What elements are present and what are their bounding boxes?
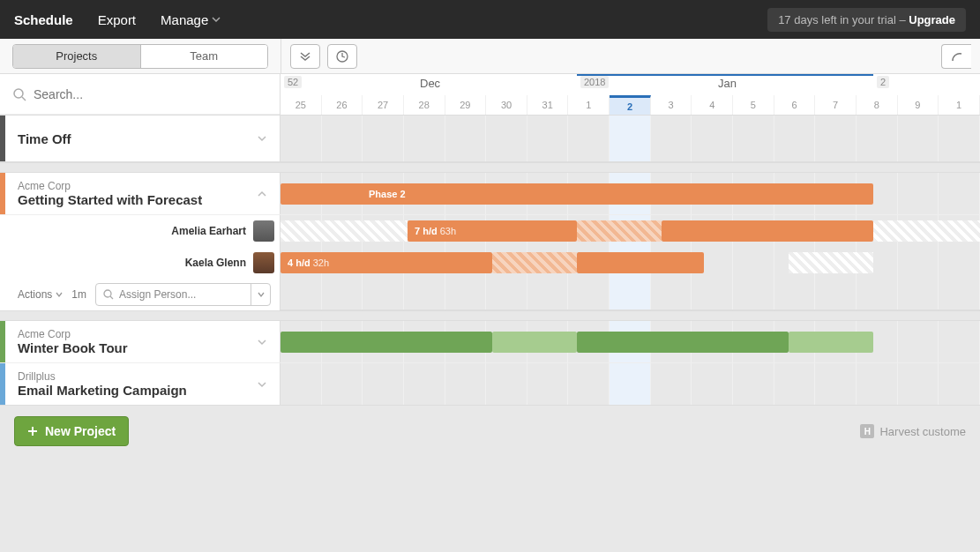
week-badge: 2 (877, 76, 889, 88)
search-icon (12, 87, 26, 101)
top-nav: Schedule Export Manage 17 days left in y… (0, 0, 980, 39)
project2-bar-light2[interactable] (789, 332, 873, 353)
sidebar-project2[interactable]: Acme Corp Winter Book Tour (0, 321, 281, 362)
search-input[interactable] (34, 87, 267, 101)
person1-gantt[interactable]: 7 h/d 63h (281, 215, 980, 247)
chevron-up-icon[interactable] (257, 189, 267, 199)
search-row (0, 74, 280, 115)
assign-dropdown-toggle[interactable] (251, 284, 270, 305)
month-label: Dec (420, 77, 440, 90)
chevron-down-icon[interactable] (257, 133, 267, 144)
toolbar: Projects Team (0, 39, 980, 74)
tab-group: Projects Team (12, 44, 268, 69)
time-off-gantt[interactable] (281, 116, 980, 161)
project2-bar[interactable] (281, 332, 492, 353)
project2-gantt[interactable] (281, 321, 980, 362)
phase-label: Phase 2 (369, 189, 406, 199)
project3-gantt[interactable] (281, 363, 980, 405)
day-header-cell[interactable]: 27 (363, 95, 404, 115)
day-header-cell[interactable]: 2 (610, 95, 651, 115)
new-project-button[interactable]: New Project (14, 416, 129, 446)
day-header-cell[interactable]: 28 (404, 95, 445, 115)
arc-icon (951, 50, 963, 63)
chevron-down-icon[interactable] (257, 379, 267, 390)
day-header-cell[interactable]: 30 (486, 95, 527, 115)
settings-button[interactable] (941, 44, 971, 69)
timeline-header: 52Dec2018Jan2252627282930311234567891 (281, 74, 980, 115)
day-header-cell[interactable]: 1 (568, 95, 610, 115)
nav-manage[interactable]: Manage (161, 12, 221, 27)
person-name: Amelia Earhart (171, 225, 246, 237)
week-badge: 52 (284, 76, 302, 88)
duration-label: 1m (71, 288, 86, 301)
bar-sub: 63h (440, 226, 456, 236)
sidebar-project1[interactable]: Acme Corp Getting Started with Forecast (0, 173, 281, 214)
chevron-down-icon (258, 291, 265, 298)
bar-label: 4 h/d (288, 257, 310, 268)
day-header-cell[interactable]: 31 (527, 95, 569, 115)
project1-actions: Actions 1m Assign Person... (0, 279, 281, 310)
actions-label: Actions (18, 288, 52, 301)
avatar (253, 220, 274, 242)
tab-projects[interactable]: Projects (13, 45, 140, 68)
trial-text: 17 days left in your trial – (778, 13, 909, 26)
project1-header-gantt[interactable]: Phase 2 (281, 173, 980, 214)
day-header-cell[interactable]: 1 (939, 95, 980, 115)
hatched-bg (281, 220, 408, 242)
person2-gantt[interactable]: 4 h/d 32h (281, 247, 980, 279)
project1-bar[interactable]: Phase 2 (281, 183, 873, 205)
nav-right: 17 days left in your trial – Upgrade (767, 8, 966, 32)
project1-title: Getting Started with Forecast (18, 192, 202, 207)
gap-row (0, 162, 980, 173)
tab-team[interactable]: Team (140, 45, 268, 68)
sidebar-person-kaela[interactable]: Kaela Glenn (0, 247, 281, 279)
person2-bar-light[interactable] (492, 252, 577, 273)
trial-banner[interactable]: 17 days left in your trial – Upgrade (767, 8, 966, 32)
day-header-cell[interactable]: 8 (857, 95, 898, 115)
sidebar-person-amelia[interactable]: Amelia Earhart (0, 215, 281, 247)
day-header-cell[interactable]: 26 (322, 95, 363, 115)
hatched-bg (873, 220, 980, 242)
project3-client: Drillplus (18, 370, 187, 383)
day-header-cell[interactable]: 29 (445, 95, 487, 115)
person1-bar-light[interactable] (577, 220, 662, 242)
project2-bar2[interactable] (577, 332, 789, 353)
month-label: Jan (718, 77, 737, 90)
year-badge: 2018 (580, 76, 609, 88)
sidebar-time-off[interactable]: Time Off (0, 116, 281, 161)
harvest-text: Harvest custome (879, 425, 966, 438)
project2-title: Winter Book Tour (18, 340, 128, 355)
collapse-all-button[interactable] (290, 44, 320, 69)
nav-export[interactable]: Export (98, 12, 136, 27)
gap-row (0, 310, 980, 321)
new-project-label: New Project (45, 424, 116, 438)
day-header-cell[interactable]: 9 (898, 95, 939, 115)
person1-bar2[interactable] (662, 220, 873, 242)
actions-dropdown[interactable]: Actions (18, 288, 63, 301)
nav-schedule[interactable]: Schedule (14, 12, 73, 27)
person1-bar[interactable]: 7 h/d 63h (408, 220, 577, 242)
day-header-cell[interactable]: 7 (815, 95, 857, 115)
plus-icon (27, 426, 38, 436)
search-icon (103, 289, 114, 300)
svg-point-2 (104, 290, 111, 297)
upgrade-link[interactable]: Upgrade (909, 13, 955, 26)
day-header-cell[interactable]: 3 (651, 95, 692, 115)
day-header-cell[interactable]: 5 (733, 95, 774, 115)
today-button[interactable] (327, 44, 357, 69)
person2-bar2[interactable] (577, 252, 704, 273)
day-header-cell[interactable]: 25 (281, 95, 322, 115)
assign-person-input[interactable]: Assign Person... (95, 283, 271, 306)
chevron-down-icon[interactable] (257, 337, 267, 347)
project2-client: Acme Corp (18, 328, 128, 340)
day-header-cell[interactable]: 4 (692, 95, 733, 115)
nav-manage-label: Manage (161, 12, 208, 27)
actions-gantt (281, 279, 980, 310)
avatar (253, 252, 274, 273)
project1-client: Acme Corp (18, 180, 202, 192)
person2-bar[interactable]: 4 h/d 32h (281, 252, 492, 273)
project2-bar-light[interactable] (492, 332, 577, 353)
day-header-cell[interactable]: 6 (774, 95, 816, 115)
sidebar-project3[interactable]: Drillplus Email Marketing Campaign (0, 363, 281, 405)
hatched-bg (789, 252, 873, 273)
